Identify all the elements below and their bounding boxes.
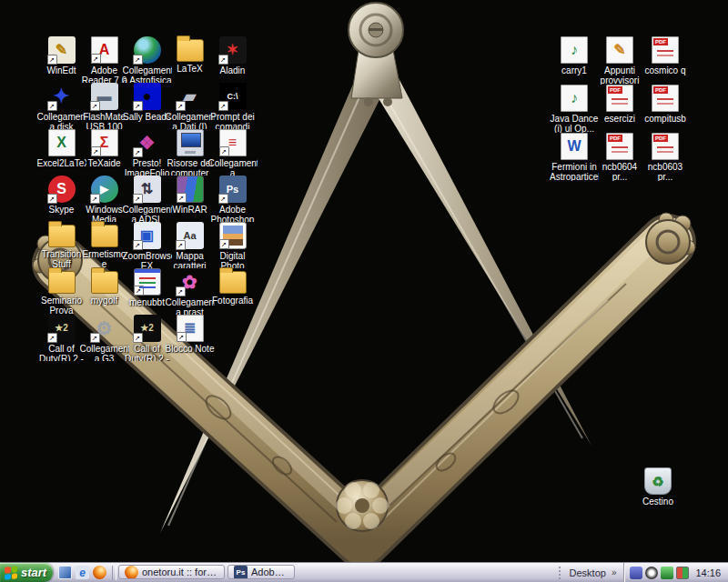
folder-icon: [48, 225, 76, 247]
shortcut-arrow-icon: ↗: [133, 333, 143, 343]
shortcut-arrow-icon: ↗: [176, 240, 186, 250]
desktop-item[interactable]: ≣↗Blocco Note: [168, 315, 211, 361]
volume-icon[interactable]: [645, 567, 658, 579]
icon-label: esercizi: [595, 114, 644, 124]
car-icon: ▰↗: [177, 83, 204, 110]
pdf-icon: [606, 133, 633, 160]
desktop-item[interactable]: Fotografia: [211, 268, 254, 315]
desktop-item[interactable]: ▰↗Collegamento a Dati (I): [168, 83, 211, 129]
desktop-item[interactable]: Ps↗Adobe Photoshop 7.0: [211, 176, 254, 222]
desktop-item[interactable]: ↗WinRAR: [168, 176, 211, 222]
desktop-item[interactable]: ⚙↗Collegamento a G3: [83, 315, 126, 361]
desktop-item[interactable]: ▬↗FlashMate USB 100: [83, 83, 126, 129]
antivirus-icon[interactable]: [661, 567, 673, 579]
desktop-item[interactable]: ↗menubbt: [126, 268, 168, 315]
desktop-item[interactable]: Transition Stuff: [40, 222, 83, 268]
desktop-item[interactable]: mygolf: [83, 268, 126, 315]
desktop-item[interactable]: LaTeX: [168, 36, 211, 83]
icon-label: LaTeX: [166, 64, 215, 74]
desktop-item[interactable]: Σ↗TeXaide: [83, 129, 126, 176]
icon-label: Mappa caratteri: [166, 251, 215, 268]
messenger-icon[interactable]: [630, 567, 642, 579]
desktop-item[interactable]: ★2↗Call of Duty(R) 2 - Multigioc...: [126, 315, 168, 361]
desktop-item[interactable]: Ermetismo e Simbologia: [83, 222, 126, 268]
display-settings-icon[interactable]: [676, 567, 689, 579]
folder-icon: [91, 271, 118, 294]
firefox-icon[interactable]: [93, 566, 106, 579]
desktop-item[interactable]: ≡↗Collegamento a GB167N50: [211, 129, 254, 176]
desktop-item[interactable]: Risorse del computer: [168, 129, 211, 176]
taskbar-clock: 14:16: [695, 567, 721, 578]
desktop-item[interactable]: XExcel2LaTeX: [40, 129, 83, 176]
dpp-icon: ↗: [219, 222, 247, 249]
show-desktop-icon[interactable]: [58, 566, 72, 579]
desktop-item[interactable]: Seminario Prova: [40, 268, 83, 315]
taskbar-empty-area: [298, 563, 559, 582]
icon-label: ZoomBrowser EX: [123, 251, 172, 268]
windows-logo-icon: [5, 566, 17, 579]
chevron-icon[interactable]: »: [612, 567, 617, 577]
icon-label: Fotografia: [208, 296, 258, 306]
shortcut-arrow-icon: ↗: [134, 286, 144, 296]
desktop-item[interactable]: ▣↗ZoomBrowser EX: [126, 222, 168, 268]
sally-beads-icon: ●↗: [134, 83, 161, 110]
desktop-item[interactable]: cosmico q: [642, 36, 688, 85]
desktop-item[interactable]: ♻Cestino: [635, 467, 681, 507]
desktop-toolbar[interactable]: Desktop »: [568, 563, 624, 582]
desktop-item[interactable]: ↗Collegamento a Astrofisica: [126, 36, 168, 83]
task-button-firefox[interactable]: onetoru.it :: forum F...: [118, 565, 225, 579]
desktop-item[interactable]: S↗Skype: [40, 176, 83, 222]
icon-label: Cestino: [633, 497, 682, 507]
desktop-item[interactable]: ★2↗Call of Duty(R) 2 - Giocator...: [40, 315, 83, 361]
desktop-item[interactable]: ✎↗WinEdt: [40, 36, 83, 83]
desktop-item[interactable]: ⇅↗Collegamento a ADSL: [126, 176, 168, 222]
desktop-item[interactable]: ✿↗Collegamento a prast: [168, 268, 211, 315]
desktop-item[interactable]: ●↗Sally Beads: [126, 83, 168, 129]
shortcut-arrow-icon: ↗: [47, 101, 57, 111]
icon-label: Call of Duty(R) 2 - Giocator...: [37, 344, 86, 361]
charmap-icon: Aa↗: [177, 222, 204, 249]
desktop-item[interactable]: ncb0604 pr...: [597, 133, 642, 181]
skype-icon: S↗: [48, 176, 76, 203]
icon-label: Collegamento a GB167N50: [208, 158, 258, 176]
adobe-reader-icon: A↗: [91, 36, 118, 64]
desktop-item[interactable]: ♪carry1: [551, 36, 597, 85]
internet-explorer-icon[interactable]: [76, 566, 89, 579]
task-button-label: onetoru.it :: forum F...: [142, 567, 218, 577]
shortcut-arrow-icon: ↗: [91, 54, 101, 64]
shortcut-arrow-icon: ↗: [91, 146, 101, 156]
zoombrowser-icon: ▣↗: [134, 222, 161, 249]
desktop-item[interactable]: ncb0603 pr...: [642, 133, 688, 181]
desktop-item[interactable]: ❖↗Presto! ImageFolio: [126, 129, 168, 176]
notepad-icon: ≣↗: [177, 315, 204, 342]
desktop-item[interactable]: Aa↗Mappa caratteri: [168, 222, 211, 268]
desktop-item[interactable]: ✶↗Aladin: [211, 36, 254, 83]
shortcut-arrow-icon: ↗: [218, 101, 228, 111]
shortcut-arrow-icon: ↗: [177, 193, 187, 203]
icon-label: Seminario Prova: [37, 296, 86, 315]
shortcut-arrow-icon: ↗: [47, 55, 57, 65]
desktop-item[interactable]: A↗Adobe Reader 7.0: [83, 36, 126, 83]
icon-label: Ermetismo e Simbologia: [80, 249, 129, 268]
task-button-photoshop[interactable]: Adobe Photoshop: [228, 565, 295, 579]
desktop-item[interactable]: ♪Java Dance (i) ul Op...: [551, 85, 597, 133]
adsl-icon: ⇅↗: [134, 176, 161, 203]
desktop-item[interactable]: ✦↗Collegamento a disk: [40, 83, 83, 129]
tex-doc-icon: ≡↗: [219, 129, 247, 156]
desktop-item[interactable]: ↗Digital Photo Professional: [211, 222, 254, 268]
music-doc-icon: ♪: [561, 85, 588, 112]
desktop: ✎↗WinEdtA↗Adobe Reader 7.0↗Collegamento …: [0, 0, 728, 562]
desktop-item[interactable]: ✎Appunti provvisori: [597, 36, 642, 85]
desktop-item[interactable]: esercizi: [597, 85, 642, 133]
desktop-item[interactable]: WFermioni in Astroparticel...: [551, 133, 597, 181]
toolbar-grip[interactable]: [559, 567, 564, 579]
shortcut-arrow-icon: ↗: [133, 55, 143, 65]
desktop-item[interactable]: ▶↗Windows Media Player: [83, 176, 126, 222]
shortcut-arrow-icon: ↗: [218, 194, 228, 204]
start-button[interactable]: start: [0, 563, 53, 582]
system-tray: 14:16: [623, 563, 728, 582]
recycle-bin-icon: ♻: [644, 467, 672, 495]
desktop-item[interactable]: C:\↗Prompt dei comandi: [211, 83, 254, 129]
desktop-item[interactable]: compitusb: [642, 85, 688, 133]
icon-label: Java Dance (i) ul Op...: [550, 114, 599, 133]
